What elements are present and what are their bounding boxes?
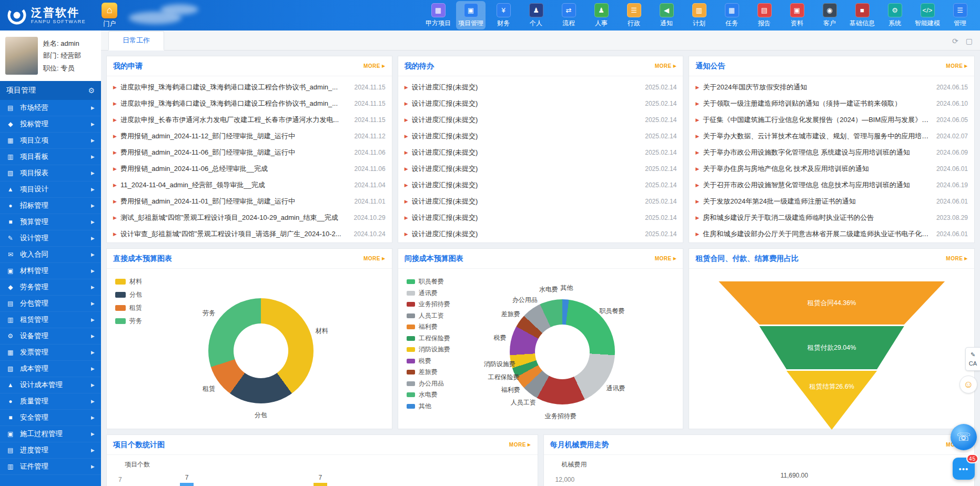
legend-item[interactable]: 业务招待费 bbox=[407, 300, 450, 309]
list-item[interactable]: ▶设计进度汇报(未提交)2025.02.14 bbox=[405, 193, 677, 209]
sidebar-item-construction-process[interactable]: ▣施工过程管理▶ bbox=[0, 426, 101, 442]
sidebar-item-subcontract[interactable]: ▤分包管理▶ bbox=[0, 296, 101, 312]
legend-item[interactable]: 材料 bbox=[115, 277, 142, 286]
bar[interactable]: 7 bbox=[314, 474, 327, 486]
ca-signature-widget[interactable]: ✎ CA bbox=[965, 347, 980, 371]
legend-item[interactable]: 通讯费 bbox=[407, 289, 450, 298]
sidebar-item-cost[interactable]: ▧成本管理▶ bbox=[0, 361, 101, 377]
sidebar-item-income-contract[interactable]: ✉收入合同▶ bbox=[0, 247, 101, 263]
sidebar-item-certificate[interactable]: ▥证件管理▶ bbox=[0, 459, 101, 475]
list-item[interactable]: ▶设计进度汇报(未提交)2025.02.14 bbox=[405, 144, 677, 160]
list-item[interactable]: ▶关于举办住房与房地产信息化 技术及应用培训班的通知2024.06.01 bbox=[695, 160, 968, 177]
topnav-item-finance[interactable]: ¥财务 bbox=[489, 1, 518, 29]
machine-cost-line-chart[interactable]: 机械费用 12,000 11,690.00 bbox=[544, 455, 975, 486]
list-item[interactable]: ▶进度款申报_珠海鹤港口建设_珠海鹤港口建设工程合作协议书_admin_...2… bbox=[113, 79, 386, 95]
list-item[interactable]: ▶测试_彭祖新城“四馆”景观工程设计项目_2024-10-29_admin_结束… bbox=[113, 209, 386, 226]
more-link[interactable]: MORE▶ bbox=[946, 63, 968, 69]
list-item[interactable]: ▶进度款申报_珠海鹤港口建设_珠海鹤港口建设工程合作协议书_admin_...2… bbox=[113, 95, 386, 112]
sidebar-item-material[interactable]: ▣材料管理▶ bbox=[0, 263, 101, 279]
legend-item[interactable]: 劳务 bbox=[115, 317, 142, 326]
more-link[interactable]: MORE▶ bbox=[363, 63, 386, 69]
topnav-item-client-projects[interactable]: ▦甲方项目 bbox=[423, 1, 453, 29]
topnav-item-hr[interactable]: ♟人事 bbox=[587, 1, 616, 29]
sidebar-item-tender[interactable]: ●招标管理▶ bbox=[0, 198, 101, 214]
legend-item[interactable]: 差旅费 bbox=[407, 368, 450, 377]
list-item[interactable]: ▶设计进度汇报(未提交)2025.02.14 bbox=[405, 226, 677, 242]
nav-portal[interactable]: ⌂ 门户 bbox=[102, 3, 117, 28]
list-item[interactable]: ▶进度款申报_长春市伊通河水力发电厂改建工程_长春市伊通河水力发电...2024… bbox=[113, 112, 386, 128]
sidebar-item-safety[interactable]: ■安全管理▶ bbox=[0, 410, 101, 426]
sidebar-item-project-design[interactable]: ▲项目设计▶ bbox=[0, 181, 101, 198]
sidebar-item-bidding[interactable]: ◆投标管理▶ bbox=[0, 116, 101, 133]
legend-item[interactable]: 工程保险费 bbox=[407, 334, 450, 343]
list-item[interactable]: ▶11_2024-11-04_admin_经营部_领导审批__完成2024.11… bbox=[113, 177, 386, 193]
more-link[interactable]: MORE▶ bbox=[655, 63, 677, 69]
legend-item[interactable]: 办公用品 bbox=[407, 379, 450, 388]
topnav-item-project-mgmt[interactable]: ▣项目管理 bbox=[456, 1, 486, 29]
topnav-item-manage[interactable]: ☰管理 bbox=[945, 1, 975, 29]
gear-icon[interactable]: ⚙ bbox=[88, 86, 95, 95]
topnav-item-task[interactable]: ▦任务 bbox=[717, 1, 746, 29]
list-item[interactable]: ▶设计进度汇报(未提交)2025.02.14 bbox=[405, 95, 677, 112]
topnav-item-system[interactable]: ⚙系统 bbox=[880, 1, 910, 29]
list-item[interactable]: ▶关于2024年国庆节放假安排的通知2024.06.15 bbox=[695, 79, 968, 95]
donut-chart[interactable]: 材料分包租赁劳务 bbox=[208, 298, 314, 403]
list-item[interactable]: ▶于征集《中国建筑施工行业信息化发展报告（2024）—BIM应用与发展》材料..… bbox=[695, 112, 968, 128]
topnav-item-plan[interactable]: ▥计划 bbox=[684, 1, 714, 29]
topnav-item-modeling[interactable]: </>智能建模 bbox=[913, 1, 942, 29]
more-link[interactable]: MORE▶ bbox=[946, 256, 968, 261]
chat-button[interactable]: ••• 45 bbox=[953, 458, 975, 480]
list-item[interactable]: ▶关于举办市政公用设施数字化管理信息 系统建设与应用培训班的通知2024.06.… bbox=[695, 144, 968, 160]
legend-item[interactable]: 福利费 bbox=[407, 322, 450, 331]
topnav-item-customer[interactable]: ◉客户 bbox=[815, 1, 844, 29]
list-item[interactable]: ▶设计进度汇报(未提交)2025.02.14 bbox=[405, 160, 677, 177]
list-item[interactable]: ▶住房和城乡建设部办公厅关于同意吉林省开展二级建造师执业证书电子化试点...20… bbox=[695, 226, 968, 242]
sidebar-item-equipment[interactable]: ⚙设备管理▶ bbox=[0, 328, 101, 345]
service-hotline-button[interactable]: ☏ bbox=[951, 424, 977, 450]
sidebar-item-quality[interactable]: ●质量管理▶ bbox=[0, 393, 101, 410]
refresh-icon[interactable]: ⟳ bbox=[952, 37, 958, 45]
legend-item[interactable]: 分包 bbox=[115, 290, 142, 299]
topnav-item-personal[interactable]: ♟个人 bbox=[521, 1, 551, 29]
sidebar-item-project-initiation[interactable]: ▦项目立项▶ bbox=[0, 133, 101, 149]
topnav-item-admin-affairs[interactable]: ☰行政 bbox=[619, 1, 649, 29]
donut-chart[interactable]: 其他职员餐费通讯费业务招待费人员工资福利费工程保险费消防设施费税费差旅费办公用品… bbox=[510, 299, 615, 404]
sidebar-item-rental[interactable]: ▥租赁管理▶ bbox=[0, 312, 101, 328]
legend-item[interactable]: 税费 bbox=[407, 357, 450, 366]
funnel-slice[interactable]: 租赁合同44.36% bbox=[719, 281, 945, 325]
legend-item[interactable]: 职员餐费 bbox=[407, 277, 450, 286]
bar[interactable]: 7 bbox=[180, 474, 194, 486]
tab-daily-work[interactable]: 日常工作 bbox=[108, 31, 164, 50]
topnav-item-notice[interactable]: ◀通知 bbox=[652, 1, 681, 29]
topnav-item-report[interactable]: ▤报告 bbox=[750, 1, 779, 29]
list-item[interactable]: ▶设计进度汇报(未提交)2025.02.14 bbox=[405, 128, 677, 144]
more-link[interactable]: MORE▶ bbox=[363, 256, 386, 261]
list-item[interactable]: ▶设计进度汇报(未提交)2025.02.14 bbox=[405, 177, 677, 193]
fullscreen-icon[interactable]: ▢ bbox=[966, 37, 973, 45]
more-link[interactable]: MORE▶ bbox=[509, 442, 531, 448]
topnav-item-base-info[interactable]: ■基础信息 bbox=[847, 1, 877, 29]
sidebar-item-design[interactable]: ✎设计管理▶ bbox=[0, 230, 101, 247]
legend-item[interactable]: 水电费 bbox=[407, 390, 450, 399]
list-item[interactable]: ▶设计进度汇报(未提交)2025.02.14 bbox=[405, 112, 677, 128]
feedback-smiley-button[interactable]: ☺ bbox=[959, 376, 977, 393]
legend-item[interactable]: 租赁 bbox=[115, 303, 142, 312]
list-item[interactable]: ▶费用报销_admin_2024-11-01_部门经理审批_胡建_运行中2024… bbox=[113, 193, 386, 209]
sidebar-item-project-board[interactable]: ▥项目看板▶ bbox=[0, 149, 101, 165]
sidebar-item-design-cost[interactable]: ▲设计成本管理▶ bbox=[0, 377, 101, 393]
list-item[interactable]: ▶费用报销_admin_2024-11-06_总经理审批__完成2024.11.… bbox=[113, 160, 386, 177]
sidebar-item-market[interactable]: ▤市场经营▶ bbox=[0, 100, 101, 116]
funnel-slice[interactable]: 租赁付款29.04% bbox=[719, 326, 945, 369]
project-count-bar-chart[interactable]: 项目个数 7 77 bbox=[107, 455, 538, 486]
list-item[interactable]: ▶设计进度汇报(未提交)2025.02.14 bbox=[405, 209, 677, 226]
sidebar-item-progress[interactable]: ▤进度管理▶ bbox=[0, 442, 101, 459]
sidebar-item-budget[interactable]: ■预算管理▶ bbox=[0, 214, 101, 230]
list-item[interactable]: ▶关于召开市政公用设施智慧化管理信息 信息技术与应用培训班的通知2024.06.… bbox=[695, 177, 968, 193]
list-item[interactable]: ▶房和城乡建设厅关于取消二级建造师临时执业证书的公告2023.08.29 bbox=[695, 209, 968, 226]
list-item[interactable]: ▶设计审查_彭祖新城“四馆”景观工程设计项目_请选择_胡广生_2024-10-2… bbox=[113, 226, 386, 242]
sidebar-item-project-report[interactable]: ▧项目报表▶ bbox=[0, 165, 101, 181]
list-item[interactable]: ▶费用报销_admin_2024-11-12_部门经理审批_胡建_运行中2024… bbox=[113, 128, 386, 144]
topnav-item-workflow[interactable]: ⇄流程 bbox=[554, 1, 583, 29]
topnav-item-document[interactable]: ▣资料 bbox=[782, 1, 812, 29]
list-item[interactable]: ▶关于发放2024年第24批一级建造师注册证书的通知2024.06.01 bbox=[695, 193, 968, 209]
